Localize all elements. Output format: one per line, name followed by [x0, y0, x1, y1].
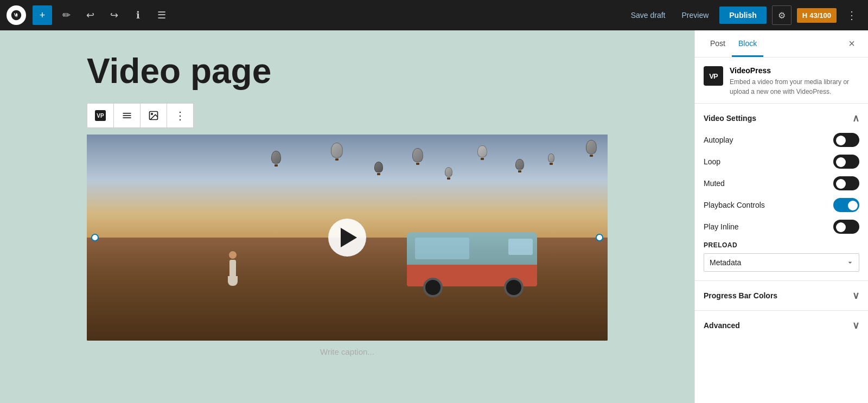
- sidebar-tabs: Post Block ×: [695, 30, 868, 57]
- tab-post[interactable]: Post: [704, 30, 732, 57]
- loop-toggle[interactable]: [833, 155, 859, 169]
- main-area: Video page VP ⋮: [0, 30, 868, 403]
- publish-button[interactable]: Publish: [719, 7, 767, 24]
- balloon: [271, 151, 281, 167]
- close-sidebar-button[interactable]: ×: [844, 30, 859, 57]
- block-toolbar: VP ⋮: [87, 103, 194, 128]
- svg-point-6: [151, 113, 153, 115]
- playback-controls-toggle[interactable]: [833, 198, 859, 212]
- play-triangle-icon: [341, 228, 357, 247]
- svg-text:VP: VP: [97, 113, 104, 119]
- play-inline-row: Play Inline: [704, 220, 859, 234]
- caption-placeholder: Write caption...: [320, 347, 374, 356]
- more-options-button[interactable]: ⋮: [842, 7, 861, 24]
- undo-button[interactable]: ↩: [80, 5, 100, 25]
- block-info: VP VideoPress Embed a video from your me…: [695, 57, 868, 103]
- balloon: [445, 167, 452, 180]
- video-settings-header[interactable]: Video Settings ∧: [704, 112, 859, 124]
- editor-content: Video page VP ⋮: [87, 52, 608, 363]
- person-figure: [228, 251, 238, 284]
- balloon: [548, 153, 554, 165]
- video-block: [87, 135, 608, 341]
- more-toolbar-btn[interactable]: ⋮: [167, 104, 193, 127]
- editor-canvas: Video page VP ⋮: [0, 30, 694, 403]
- save-draft-button[interactable]: Save draft: [626, 8, 671, 23]
- block-info-text: VideoPress Embed a video from your media…: [730, 66, 859, 97]
- list-view-button[interactable]: ☰: [152, 5, 171, 25]
- chevron-up-icon: ∧: [852, 112, 859, 124]
- chevron-down-icon-advanced: ∨: [852, 319, 859, 331]
- videopress-toolbar-btn[interactable]: VP: [87, 104, 114, 127]
- topbar: + ✏ ↩ ↪ ℹ ☰ Save draft Preview Publish ⚙…: [0, 0, 868, 30]
- balloon: [331, 143, 343, 161]
- settings-button[interactable]: ⚙: [772, 5, 792, 25]
- svg-rect-4: [123, 118, 131, 119]
- info-button[interactable]: ℹ: [128, 5, 148, 25]
- caption-area[interactable]: Write caption...: [87, 341, 608, 363]
- advanced-section: Advanced ∨: [695, 310, 868, 340]
- person-head: [229, 251, 237, 259]
- van-wheel-left: [423, 278, 443, 297]
- block-description: Embed a video from your media library or…: [730, 77, 859, 97]
- autoplay-label: Autoplay: [704, 136, 733, 144]
- balloon: [412, 148, 423, 165]
- progress-bar-header[interactable]: Progress Bar Colors ∨: [695, 281, 868, 310]
- muted-label: Muted: [704, 179, 725, 188]
- preload-group: PRELOAD None Metadata Auto: [704, 241, 859, 272]
- advanced-header[interactable]: Advanced ∨: [695, 311, 868, 340]
- van-window: [508, 239, 533, 255]
- muted-toggle[interactable]: [833, 176, 859, 190]
- resize-handle-left[interactable]: [91, 234, 99, 241]
- advanced-label: Advanced: [704, 321, 740, 330]
- video-settings-section: Video Settings ∧ Autoplay Loop: [695, 104, 868, 280]
- vp-icon: VP: [704, 66, 723, 86]
- preload-select[interactable]: None Metadata Auto: [704, 253, 859, 272]
- hrank-icon: H: [802, 11, 807, 20]
- balloon: [586, 140, 597, 157]
- preload-label: PRELOAD: [704, 241, 859, 249]
- resize-handle-right[interactable]: [596, 234, 603, 241]
- autoplay-row: Autoplay: [704, 133, 859, 147]
- balloon: [374, 162, 383, 175]
- autoplay-toggle[interactable]: [833, 133, 859, 147]
- playback-controls-label: Playback Controls: [704, 201, 765, 209]
- chevron-down-icon: ∨: [852, 290, 859, 302]
- block-name: VideoPress: [730, 66, 859, 75]
- preview-button[interactable]: Preview: [676, 8, 714, 23]
- progress-bar-label: Progress Bar Colors: [704, 291, 777, 300]
- loop-label: Loop: [704, 157, 720, 166]
- van: [407, 232, 537, 297]
- muted-row: Muted: [704, 176, 859, 190]
- balloon: [515, 159, 524, 172]
- svg-rect-2: [123, 113, 131, 114]
- person-body: [229, 260, 236, 276]
- redo-button[interactable]: ↪: [104, 5, 124, 25]
- tab-block[interactable]: Block: [732, 30, 763, 57]
- van-wheel-right: [504, 278, 524, 297]
- page-title[interactable]: Video page: [87, 52, 608, 90]
- balloon: [477, 145, 487, 160]
- video-scene: [87, 135, 608, 341]
- add-block-button[interactable]: +: [33, 5, 52, 25]
- person-skirt: [228, 276, 238, 286]
- play-button[interactable]: [328, 219, 366, 257]
- loop-row: Loop: [704, 155, 859, 169]
- videopress-block-icon: VP: [704, 66, 723, 86]
- sidebar: Post Block × VP VideoPress Embed a video…: [694, 30, 868, 403]
- hrank-badge[interactable]: H 43/100: [797, 8, 837, 23]
- align-toolbar-btn[interactable]: [114, 104, 141, 127]
- play-inline-label: Play Inline: [704, 222, 739, 231]
- progress-bar-section: Progress Bar Colors ∨: [695, 280, 868, 310]
- edit-button[interactable]: ✏: [56, 5, 76, 25]
- topbar-right: Save draft Preview Publish ⚙ H 43/100 ⋮: [626, 5, 861, 25]
- wp-logo[interactable]: [7, 5, 26, 25]
- play-inline-toggle[interactable]: [833, 220, 859, 234]
- hrank-score: 43/100: [809, 11, 831, 20]
- video-settings-label: Video Settings: [704, 114, 756, 123]
- svg-rect-3: [123, 116, 131, 117]
- image-toolbar-btn[interactable]: [141, 104, 167, 127]
- playback-controls-row: Playback Controls: [704, 198, 859, 212]
